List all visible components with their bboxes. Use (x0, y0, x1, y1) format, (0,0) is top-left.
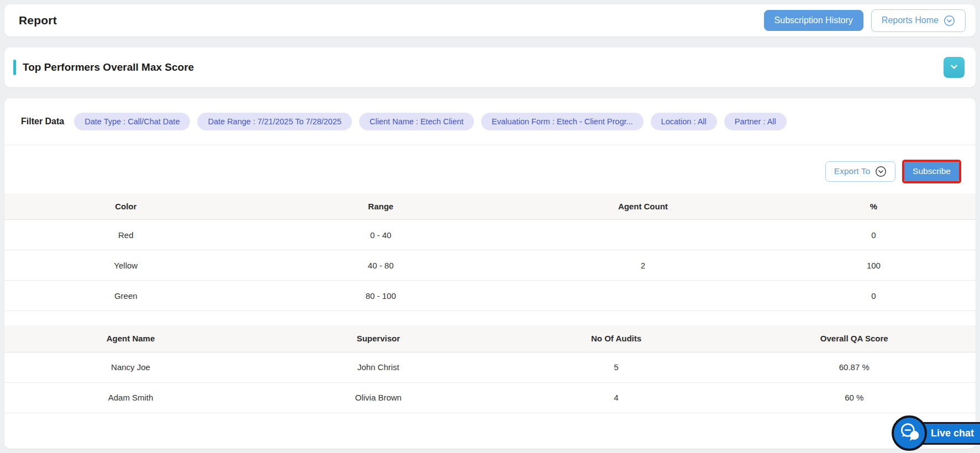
filter-chip-evaluation-form[interactable]: Evaluation Form : Etech - Client Progr..… (481, 113, 643, 130)
column-header-percent: % (772, 193, 976, 220)
agents-table: Agent Name Supervisor No Of Audits Overa… (4, 325, 976, 413)
cell-percent: 0 (772, 281, 976, 311)
export-to-label: Export To (834, 166, 870, 176)
cell-overall-qa-score: 60.87 % (733, 352, 976, 382)
cell-overall-qa-score: 60 % (733, 382, 976, 413)
cell-agent-name: Adam Smith (4, 382, 257, 413)
cell-supervisor: Olivia Brown (257, 382, 500, 413)
section-title-group: Top Performers Overall Max Score (13, 60, 194, 75)
filter-chip-date-type[interactable]: Date Type : Call/Chat Date (74, 113, 190, 130)
filter-bar: Filter Data Date Type : Call/Chat Date D… (4, 113, 976, 145)
cell-agent-count: 2 (514, 250, 772, 281)
column-header-agent-name: Agent Name (4, 325, 257, 352)
cell-no-of-audits: 5 (500, 352, 733, 382)
column-header-no-of-audits: No Of Audits (500, 325, 733, 352)
table-header-row: Color Range Agent Count % (4, 193, 976, 220)
header-actions: Subscription History Reports Home (764, 9, 966, 32)
column-header-range: Range (247, 193, 514, 220)
cell-color: Green (4, 281, 247, 311)
cell-range: 40 - 80 (247, 250, 514, 281)
score-distribution-table: Color Range Agent Count % Red 0 - 40 0 Y… (4, 193, 976, 312)
chevron-down-circle-icon (875, 166, 887, 177)
filter-chip-client-name[interactable]: Client Name : Etech Client (359, 113, 474, 130)
filter-data-label: Filter Data (21, 117, 64, 127)
subscribe-highlight-box: Subscribe (902, 160, 961, 183)
cell-agent-count (514, 220, 772, 250)
subscription-history-button[interactable]: Subscription History (764, 10, 863, 31)
cell-supervisor: John Christ (257, 352, 500, 382)
column-header-supervisor: Supervisor (257, 325, 500, 352)
filter-chips: Date Type : Call/Chat Date Date Range : … (74, 113, 787, 130)
cell-agent-count (514, 281, 772, 311)
page-title: Report (19, 14, 57, 27)
filter-chip-partner[interactable]: Partner : All (724, 113, 787, 130)
live-chat-button[interactable] (892, 415, 927, 451)
table-row: Red 0 - 40 0 (4, 220, 976, 250)
chevron-down-circle-icon (944, 15, 955, 27)
report-page: { "header": { "title": "Report", "button… (0, 0, 980, 453)
cell-range: 0 - 40 (247, 220, 514, 250)
reports-home-button[interactable]: Reports Home (871, 9, 966, 32)
table-row: Adam Smith Olivia Brown 4 60 % (4, 382, 976, 413)
cell-no-of-audits: 4 (500, 382, 733, 413)
filter-chip-location[interactable]: Location : All (651, 113, 717, 130)
subscribe-button[interactable]: Subscribe (904, 162, 959, 181)
cell-color: Yellow (4, 250, 247, 281)
cell-percent: 0 (772, 220, 976, 250)
accent-bar (13, 60, 16, 75)
filter-chip-date-range[interactable]: Date Range : 7/21/2025 To 7/28/2025 (197, 113, 352, 130)
collapse-section-button[interactable] (944, 57, 965, 78)
top-header-bar: Report Subscription History Reports Home (4, 4, 976, 36)
table-row: Green 80 - 100 0 (4, 281, 976, 311)
report-section-header: Top Performers Overall Max Score (4, 48, 976, 87)
cell-agent-name: Nancy Joe (4, 352, 257, 382)
cell-color: Red (4, 220, 247, 250)
reports-home-label: Reports Home (882, 15, 939, 25)
report-content-card: Filter Data Date Type : Call/Chat Date D… (4, 98, 976, 449)
section-title: Top Performers Overall Max Score (23, 61, 194, 73)
live-chat-widget[interactable]: Live chat (892, 415, 980, 451)
column-header-overall-qa-score: Overall QA Score (733, 325, 976, 352)
chevron-down-icon (948, 61, 960, 75)
column-header-color: Color (4, 193, 247, 220)
table-row: Nancy Joe John Christ 5 60.87 % (4, 352, 976, 382)
table-header-row: Agent Name Supervisor No Of Audits Overa… (4, 325, 976, 352)
table-actions-row: Export To Subscribe (4, 145, 976, 183)
chat-bubbles-icon (898, 420, 921, 446)
export-to-button[interactable]: Export To (825, 161, 895, 182)
cell-percent: 100 (772, 250, 976, 281)
cell-range: 80 - 100 (247, 281, 514, 311)
table-row: Yellow 40 - 80 2 100 (4, 250, 976, 281)
column-header-agent-count: Agent Count (514, 193, 772, 220)
